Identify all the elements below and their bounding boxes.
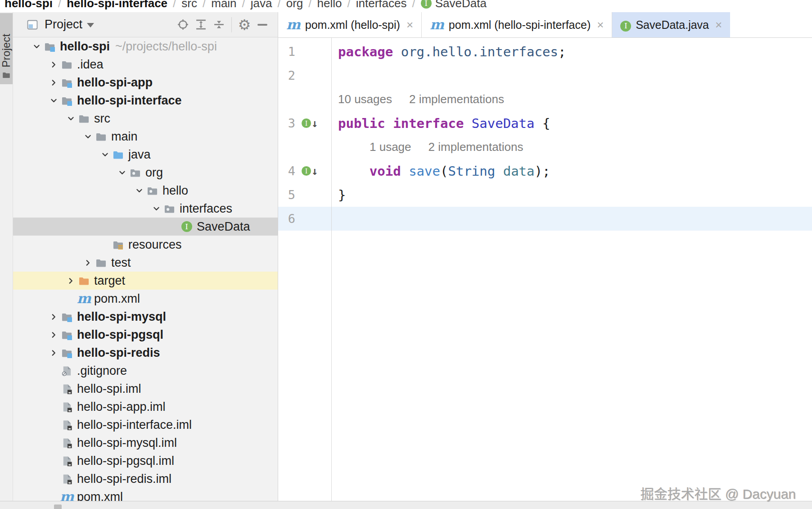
chevron-down-icon[interactable] — [151, 203, 162, 214]
editor-tab[interactable]: m pom.xml (hello-spi) × — [278, 12, 422, 37]
project-panel-header: Project ⚙ — [13, 12, 278, 37]
inlay-hint-part[interactable]: 10 usages — [338, 92, 392, 106]
tree-row[interactable]: test — [13, 254, 278, 272]
editor-row[interactable]: 4 I↓ void save(String data); — [278, 159, 812, 183]
chevron-down-icon[interactable] — [82, 131, 93, 142]
iml-file-icon — [61, 402, 73, 412]
tree-row[interactable]: hello-spi-redis.iml — [13, 470, 278, 488]
breadcrumb-item[interactable]: hello-spi — [5, 0, 53, 10]
inlay-hint-part[interactable]: 2 implementations — [429, 140, 523, 154]
tab-close-icon[interactable]: × — [406, 18, 413, 32]
chevron-down-icon[interactable] — [87, 23, 94, 27]
breadcrumb-item[interactable]: hello — [317, 0, 342, 10]
editor-row[interactable]: 1 usage2 implementations — [278, 135, 812, 159]
editor-row[interactable]: 1 package org.hello.interfaces; — [278, 40, 812, 64]
tree-row[interactable]: java — [13, 145, 278, 164]
editor-row[interactable]: 2 — [278, 64, 812, 87]
project-view-icon — [26, 16, 39, 34]
code-line[interactable]: } — [331, 187, 346, 203]
settings-gear-button[interactable]: ⚙ — [235, 16, 253, 34]
inlay-hint[interactable]: 1 usage2 implementations — [331, 140, 541, 154]
tab-close-icon[interactable]: × — [715, 18, 722, 32]
breadcrumb-item[interactable]: src — [181, 0, 197, 10]
inlay-hint-part[interactable]: 2 implementations — [409, 92, 504, 106]
tree-row[interactable]: .gitignore — [13, 362, 278, 380]
chevron-down-icon[interactable] — [65, 113, 76, 124]
tree-row[interactable]: interfaces — [13, 200, 278, 218]
implemented-gutter-icon[interactable]: I↓ — [302, 166, 318, 177]
tree-row[interactable]: hello-spi-mysql — [13, 308, 278, 326]
locate-file-button[interactable] — [174, 16, 192, 34]
folder-icon — [95, 132, 107, 142]
chevron-right-icon[interactable] — [48, 329, 59, 340]
code-line[interactable]: package org.hello.interfaces; — [331, 44, 566, 59]
chevron-icon — [168, 221, 179, 232]
breadcrumb-item[interactable]: hello-spi-interface — [67, 0, 167, 10]
breadcrumb-item[interactable]: interfaces — [356, 0, 407, 10]
tree-row[interactable]: hello-spi-app.iml — [13, 398, 278, 416]
inlay-hint[interactable]: 10 usages2 implementations — [331, 92, 521, 106]
editor-tab[interactable]: m pom.xml (hello-spi-interface) × — [422, 12, 612, 37]
chevron-right-icon[interactable] — [48, 347, 59, 358]
tree-row[interactable]: hello-spi-interface.iml — [13, 416, 278, 434]
tree-row[interactable]: org — [13, 164, 278, 182]
tree-row[interactable]: hello-spi.iml — [13, 380, 278, 398]
breadcrumb-item[interactable]: org — [286, 0, 303, 10]
tree-row[interactable]: hello-spi ~/projects/hello-spi — [13, 37, 278, 55]
tree-row[interactable]: .idea — [13, 55, 278, 73]
breadcrumb-separator: / — [203, 0, 206, 10]
tree-row[interactable]: m pom.xml — [13, 488, 278, 501]
chevron-down-icon[interactable] — [99, 149, 110, 160]
chevron-right-icon[interactable] — [48, 311, 59, 322]
project-stripe-button[interactable]: Project — [0, 13, 13, 84]
inlay-hint-part[interactable]: 1 usage — [370, 140, 411, 154]
code-line[interactable]: public interface SaveData { — [331, 116, 550, 131]
tree-row[interactable]: hello-spi-interface — [13, 91, 278, 109]
editor-tab[interactable]: I SaveData.java × — [612, 12, 730, 37]
code-token — [338, 164, 370, 179]
tree-row[interactable]: m pom.xml — [13, 290, 278, 308]
gutter: 1 — [278, 45, 331, 59]
tree-row[interactable]: hello-spi-app — [13, 73, 278, 91]
editor-row[interactable]: 10 usages2 implementations — [278, 87, 812, 111]
chevron-right-icon[interactable] — [48, 77, 59, 88]
tree-row[interactable]: target — [13, 272, 278, 290]
tree-row[interactable]: hello — [13, 182, 278, 200]
breadcrumb-separator: / — [173, 0, 176, 10]
chevron-right-icon[interactable] — [82, 257, 93, 268]
editor-row[interactable]: 5 } — [278, 183, 812, 207]
tree-row[interactable]: main — [13, 127, 278, 145]
project-panel-title: Project — [45, 18, 82, 32]
tree-row[interactable]: I SaveData — [13, 218, 278, 236]
implemented-gutter-icon[interactable]: I↓ — [302, 118, 318, 129]
tree-row-label: hello-spi-interface.iml — [77, 418, 192, 432]
code-line[interactable]: void save(String data); — [331, 164, 550, 179]
tree-row[interactable]: resources — [13, 236, 278, 254]
tree-row[interactable]: src — [13, 109, 278, 127]
tree-row-label: hello-spi-app.iml — [77, 400, 166, 414]
tab-close-icon[interactable]: × — [597, 18, 604, 32]
editor[interactable]: 1 package org.hello.interfaces; 2 10 usa… — [278, 38, 812, 501]
folder-icon — [95, 258, 107, 268]
breadcrumb-item[interactable]: main — [211, 0, 236, 10]
editor-row[interactable]: 6 — [278, 207, 812, 231]
breadcrumb-separator: / — [347, 0, 351, 10]
breadcrumb-item[interactable]: I SaveData — [421, 0, 487, 10]
tree-row[interactable]: hello-spi-mysql.iml — [13, 434, 278, 452]
chevron-right-icon[interactable] — [48, 59, 59, 70]
chevron-down-icon[interactable] — [117, 167, 127, 178]
tree-row[interactable]: hello-spi-pgsql.iml — [13, 452, 278, 470]
tree-row[interactable]: hello-spi-pgsql — [13, 326, 278, 344]
tree-row-label: hello-spi-pgsql — [77, 328, 163, 342]
breadcrumb-item[interactable]: java — [251, 0, 272, 10]
chevron-down-icon[interactable] — [31, 41, 42, 52]
collapse-all-button[interactable] — [210, 16, 228, 34]
expand-all-button[interactable] — [192, 16, 210, 34]
chevron-down-icon[interactable] — [134, 185, 144, 196]
watermark: 掘金技术社区 @ Dacyuan — [640, 483, 796, 503]
tree-row[interactable]: hello-spi-redis — [13, 344, 278, 362]
chevron-down-icon[interactable] — [48, 95, 59, 106]
chevron-right-icon[interactable] — [65, 275, 76, 286]
hide-panel-button[interactable] — [253, 16, 271, 34]
editor-row[interactable]: 3 I↓ public interface SaveData { — [278, 111, 812, 135]
